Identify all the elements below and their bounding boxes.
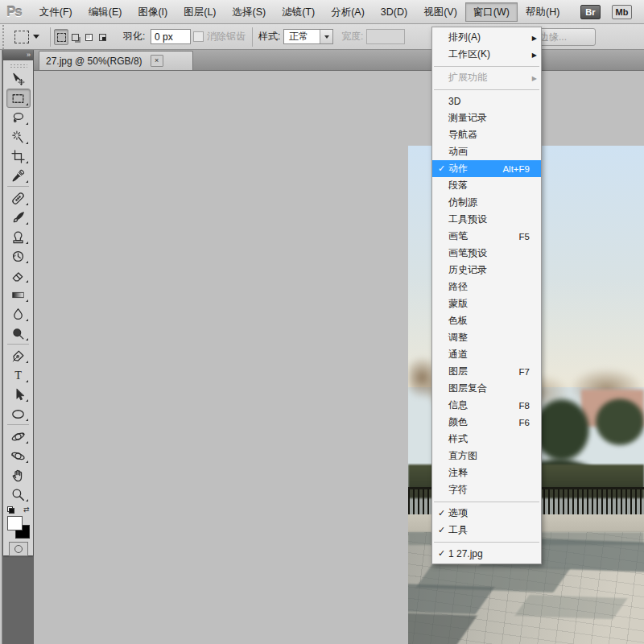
hand-tool[interactable] xyxy=(6,465,31,485)
menu-item-label: 动作 xyxy=(448,162,502,175)
intersect-selection-icon xyxy=(99,34,106,41)
menubar-item-4[interactable]: 图层(L) xyxy=(175,2,224,22)
launch-minibridge-button[interactable]: Mb xyxy=(612,5,633,19)
photoshop-logo: Ps xyxy=(6,4,22,20)
window-menu-item-15[interactable]: 历史记录 xyxy=(432,262,541,279)
spot-healing-brush-tool[interactable] xyxy=(6,188,31,208)
swap-colors-icon[interactable]: ⇄ xyxy=(23,506,30,514)
quick-mask-button[interactable] xyxy=(9,542,28,556)
window-menu-item-22[interactable]: 图层复合 xyxy=(432,380,541,397)
type-tool[interactable]: T xyxy=(6,365,31,385)
tool-preset-button[interactable] xyxy=(14,24,39,49)
menubar-item-7[interactable]: 分析(A) xyxy=(323,2,373,22)
window-menu-item-10[interactable]: 段落 xyxy=(432,177,541,194)
3d-orbit-tool[interactable] xyxy=(6,446,31,465)
eraser-tool[interactable] xyxy=(6,266,31,285)
submenu-arrow-icon: ▶ xyxy=(532,34,537,41)
menu-item-label: 图层 xyxy=(448,365,519,378)
eyedropper-tool[interactable] xyxy=(6,166,31,185)
pavement-light-patch xyxy=(514,595,627,619)
window-menu-item-19[interactable]: 调整 xyxy=(432,329,541,346)
style-dropdown[interactable]: 正常 xyxy=(283,29,333,44)
tool-group-divider xyxy=(7,186,29,187)
blur-tool[interactable] xyxy=(6,304,31,324)
window-menu-item-0[interactable]: 排列(A)▶ xyxy=(432,29,541,46)
antialias-checkbox[interactable] xyxy=(193,31,204,42)
default-colors-icon[interactable] xyxy=(7,506,14,514)
submenu-arrow-icon: ▶ xyxy=(532,51,537,58)
window-menu-item-17[interactable]: 蒙版 xyxy=(432,295,541,312)
history-brush-tool[interactable] xyxy=(6,246,31,266)
window-menu-item-30[interactable]: ✓选项 xyxy=(432,505,541,522)
menu-item-label: 仿制源 xyxy=(448,196,541,209)
window-menu-item-14[interactable]: 画笔预设 xyxy=(432,245,541,262)
window-menu-item-11[interactable]: 仿制源 xyxy=(432,194,541,211)
window-menu-item-7[interactable]: 导航器 xyxy=(432,126,541,143)
menu-item-label: 段落 xyxy=(448,179,541,192)
window-menu-item-16[interactable]: 路径 xyxy=(432,279,541,295)
window-menu-item-9[interactable]: ✓动作Alt+F9 xyxy=(432,160,541,177)
foreground-color-swatch[interactable] xyxy=(7,516,23,530)
window-menu-item-26[interactable]: 直方图 xyxy=(432,448,541,464)
clone-stamp-tool[interactable] xyxy=(6,227,31,246)
pavement-dark-patch xyxy=(408,584,494,614)
new-selection-button[interactable] xyxy=(54,29,68,45)
menubar-item-3[interactable]: 图像(I) xyxy=(130,2,175,22)
zoom-tool[interactable] xyxy=(6,485,31,504)
menu-item-shortcut: F5 xyxy=(519,232,530,242)
move-tool[interactable] xyxy=(6,69,31,89)
menubar-item-2[interactable]: 编辑(E) xyxy=(80,2,130,22)
path-selection-tool[interactable] xyxy=(6,385,31,404)
window-menu-item-8[interactable]: 动画 xyxy=(432,143,541,160)
window-menu-item-31[interactable]: ✓工具 xyxy=(432,522,541,539)
intersect-selection-button[interactable] xyxy=(95,29,109,45)
menubar-item-11[interactable]: 帮助(H) xyxy=(518,2,568,22)
window-menu-item-28[interactable]: 字符 xyxy=(432,481,541,498)
tab-close-icon[interactable]: × xyxy=(151,55,163,67)
checkmark-icon: ✓ xyxy=(432,548,448,559)
menubar-item-10[interactable]: 窗口(W) xyxy=(465,2,518,22)
ellipse-tool[interactable] xyxy=(6,404,31,423)
rectangular-marquee-tool[interactable] xyxy=(6,89,31,108)
menu-item-label: 工具 xyxy=(448,523,541,537)
feather-input[interactable]: 0 px xyxy=(151,29,191,44)
window-menu-item-24[interactable]: 颜色F6 xyxy=(432,414,541,431)
magic-wand-tool[interactable] xyxy=(6,127,31,147)
add-to-selection-button[interactable] xyxy=(68,29,82,45)
canvas-area[interactable] xyxy=(34,71,644,644)
window-menu-item-6[interactable]: 测量记录 xyxy=(432,109,541,126)
collapse-panel-icon[interactable]: » xyxy=(3,50,33,60)
window-menu-item-18[interactable]: 色板 xyxy=(432,312,541,329)
window-menu-item-21[interactable]: 图层F7 xyxy=(432,363,541,380)
dodge-tool[interactable] xyxy=(6,324,31,343)
menu-item-label: 3D xyxy=(448,96,541,107)
options-bar-grip[interactable] xyxy=(2,24,6,49)
menubar-item-9[interactable]: 视图(V) xyxy=(415,2,465,22)
menubar-item-5[interactable]: 选择(S) xyxy=(225,2,275,22)
crop-tool[interactable] xyxy=(6,147,31,166)
tools-panel-grip[interactable] xyxy=(10,64,27,68)
window-menu-item-12[interactable]: 工具预设 xyxy=(432,211,541,228)
menubar-item-6[interactable]: 滤镜(T) xyxy=(274,2,323,22)
pen-tool[interactable] xyxy=(6,346,31,365)
window-menu-item-20[interactable]: 通道 xyxy=(432,346,541,363)
window-menu-item-1[interactable]: 工作区(K)▶ xyxy=(432,46,541,63)
document-tab[interactable]: 27.jpg @ 50%(RGB/8) × xyxy=(39,51,193,70)
lasso-tool[interactable] xyxy=(6,108,31,127)
window-menu-item-33[interactable]: ✓1 27.jpg xyxy=(432,545,541,562)
launch-bridge-button[interactable]: Br xyxy=(580,5,600,19)
window-menu-item-25[interactable]: 样式 xyxy=(432,431,541,448)
window-menu-item-27[interactable]: 注释 xyxy=(432,464,541,481)
window-menu-item-13[interactable]: 画笔F5 xyxy=(432,228,541,245)
subtract-from-selection-button[interactable] xyxy=(81,29,96,45)
menubar-item-1[interactable]: 文件(F) xyxy=(31,2,80,22)
brush-tool[interactable] xyxy=(6,208,31,227)
gradient-tool[interactable] xyxy=(6,285,31,304)
menu-item-label: 排列(A) xyxy=(448,31,541,44)
3d-rotate-tool[interactable] xyxy=(6,427,31,446)
menubar-item-8[interactable]: 3D(D) xyxy=(373,2,415,22)
window-menu-item-23[interactable]: 信息F8 xyxy=(432,397,541,414)
style-dropdown-button[interactable] xyxy=(320,30,332,43)
menu-item-label: 色板 xyxy=(448,314,541,328)
window-menu-item-5[interactable]: 3D xyxy=(432,93,541,109)
